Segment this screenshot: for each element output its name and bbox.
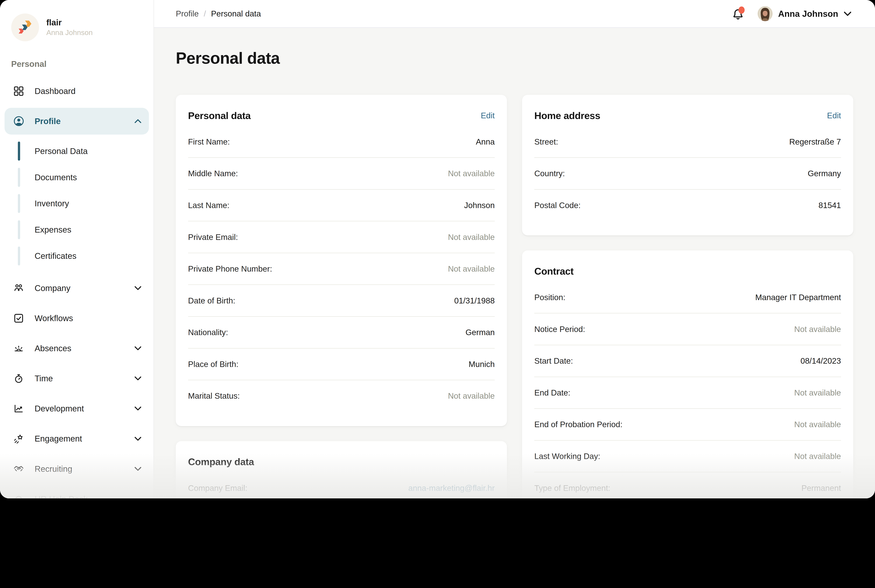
sidebar-subitem-label: Documents xyxy=(34,172,77,182)
home-address-card: Home address Edit Street: Regerstraße 7 … xyxy=(522,95,853,236)
sidebar-item-profile[interactable]: Profile xyxy=(4,108,149,135)
field-label: First Name: xyxy=(188,137,230,147)
sidebar-item-label: Recruiting xyxy=(34,464,72,474)
company-email-link[interactable]: anna-marketing@flair.hr xyxy=(408,483,495,493)
chevron-down-icon xyxy=(135,376,141,381)
field-value: 01/31/1988 xyxy=(454,296,495,305)
field-row: Company Email: anna-marketing@flair.hr xyxy=(188,472,495,498)
field-label: Private Email: xyxy=(188,232,238,242)
field-label: End Date: xyxy=(534,388,570,398)
user-circle-icon xyxy=(13,116,24,126)
chevron-down-icon xyxy=(135,436,141,441)
sidebar-subitem-documents[interactable]: Documents xyxy=(0,164,153,190)
sidebar-subitem-label: Expenses xyxy=(34,225,71,234)
sidebar-item-engagement[interactable]: Engagement xyxy=(4,425,149,452)
field-label: Nationality: xyxy=(188,328,228,337)
breadcrumb-current: Personal data xyxy=(211,9,261,18)
sidebar-item-development[interactable]: Development xyxy=(4,395,149,422)
chevron-down-icon xyxy=(844,11,851,16)
sidebar-subitem-label: Certificates xyxy=(34,251,76,261)
topbar-actions: Anna Johnson xyxy=(732,6,851,21)
workspace-switcher[interactable]: flair Anna Johnson xyxy=(11,14,144,41)
user-menu[interactable]: Anna Johnson xyxy=(758,6,852,21)
sidebar-item-company[interactable]: Company xyxy=(4,275,149,302)
sidebar-subitem-expenses[interactable]: Expenses xyxy=(0,217,153,243)
field-label: Last Name: xyxy=(188,201,229,210)
field-value: Not available xyxy=(448,232,495,242)
field-label: Marital Status: xyxy=(188,391,240,400)
line-chart-icon xyxy=(13,403,24,414)
edit-link[interactable]: Edit xyxy=(481,111,495,120)
field-value: 08/14/2023 xyxy=(800,356,841,366)
field-label: Country: xyxy=(534,169,565,178)
field-row: Postal Code: 81541 xyxy=(534,190,841,221)
sidebar-item-dashboard[interactable]: Dashboard xyxy=(4,78,149,105)
sidebar-item-workflows[interactable]: Workflows xyxy=(4,305,149,332)
workspace-name: flair xyxy=(46,17,93,28)
field-value: Not available xyxy=(794,452,841,461)
field-list: First Name: Anna Middle Name: Not availa… xyxy=(188,126,495,412)
field-list: Street: Regerstraße 7 Country: Germany P… xyxy=(534,126,841,221)
card-title: Personal data xyxy=(188,110,251,121)
sidebar-item-recruiting[interactable]: Recruiting xyxy=(4,456,149,482)
sidebar-item-label: Workflows xyxy=(34,314,73,323)
edit-link[interactable]: Edit xyxy=(827,111,841,120)
contract-card: Contract Position: Manager IT Department… xyxy=(522,250,853,498)
field-value: Not available xyxy=(794,388,841,398)
handshake-icon xyxy=(13,464,24,474)
people-icon xyxy=(13,283,24,294)
bell-icon[interactable] xyxy=(732,6,745,21)
breadcrumb-parent[interactable]: Profile xyxy=(176,9,199,18)
field-row: Position: Manager IT Department xyxy=(534,282,841,314)
active-indicator-bar xyxy=(18,142,20,160)
field-row: Marital Status: Not available xyxy=(188,380,495,412)
field-row: Last Name: Johnson xyxy=(188,190,495,222)
sidebar-subitem-inventory[interactable]: Inventory xyxy=(0,190,153,217)
chevron-down-icon xyxy=(135,406,141,411)
app-window: flair Anna Johnson Personal Dashboard xyxy=(0,0,875,498)
avatar xyxy=(758,6,773,21)
sidebar-item-absences[interactable]: Absences xyxy=(4,335,149,362)
sidebar-subitem-certificates[interactable]: Certificates xyxy=(0,243,153,269)
field-row: Last Working Day: Not available xyxy=(534,441,841,472)
chevron-down-icon xyxy=(135,346,141,351)
profile-submenu: Personal Data Documents Inventory Expens… xyxy=(0,138,153,269)
field-label: Last Working Day: xyxy=(534,452,600,461)
field-label: End of Probation Period: xyxy=(534,420,622,429)
sidebar: flair Anna Johnson Personal Dashboard xyxy=(0,0,154,498)
field-label: Street: xyxy=(534,137,558,147)
breadcrumb: Profile / Personal data xyxy=(176,9,261,18)
sidebar-item-hr-help-desk[interactable]: HR Help Desk xyxy=(4,486,149,498)
sidebar-subitem-personal-data[interactable]: Personal Data xyxy=(0,138,153,164)
headset-icon xyxy=(13,494,24,498)
page-title: Personal data xyxy=(176,49,853,67)
field-row: End Date: Not available xyxy=(534,377,841,409)
field-value: Munich xyxy=(469,360,495,369)
field-row: Type of Employment: Permanent xyxy=(534,472,841,498)
indicator-bar xyxy=(18,247,20,266)
sunrise-icon xyxy=(13,343,24,354)
sidebar-item-time[interactable]: Time xyxy=(4,365,149,392)
personal-data-card: Personal data Edit First Name: Anna Midd… xyxy=(176,95,507,426)
card-title: Home address xyxy=(534,110,600,121)
field-label: Place of Birth: xyxy=(188,360,238,369)
field-label: Start Date: xyxy=(534,356,573,366)
field-row: Private Email: Not available xyxy=(188,221,495,253)
checkbox-icon xyxy=(13,313,24,324)
sidebar-item-label: Development xyxy=(34,404,84,413)
field-row: First Name: Anna xyxy=(188,126,495,158)
card-title: Contract xyxy=(534,266,574,277)
field-value: Not available xyxy=(448,169,495,178)
sidebar-subitem-label: Personal Data xyxy=(34,146,88,156)
sidebar-item-label: Absences xyxy=(34,344,71,353)
field-list: Position: Manager IT Department Notice P… xyxy=(534,282,841,498)
field-label: Postal Code: xyxy=(534,201,581,210)
company-data-card: Company data Company Email: anna-marketi… xyxy=(176,441,507,498)
field-value: Johnson xyxy=(464,201,495,210)
field-row: Private Phone Number: Not available xyxy=(188,253,495,285)
user-name: Anna Johnson xyxy=(778,9,838,19)
field-value: Not available xyxy=(794,324,841,334)
topbar: Profile / Personal data xyxy=(154,0,875,28)
sidebar-item-label: Company xyxy=(34,284,70,293)
workspace-user: Anna Johnson xyxy=(46,28,93,37)
